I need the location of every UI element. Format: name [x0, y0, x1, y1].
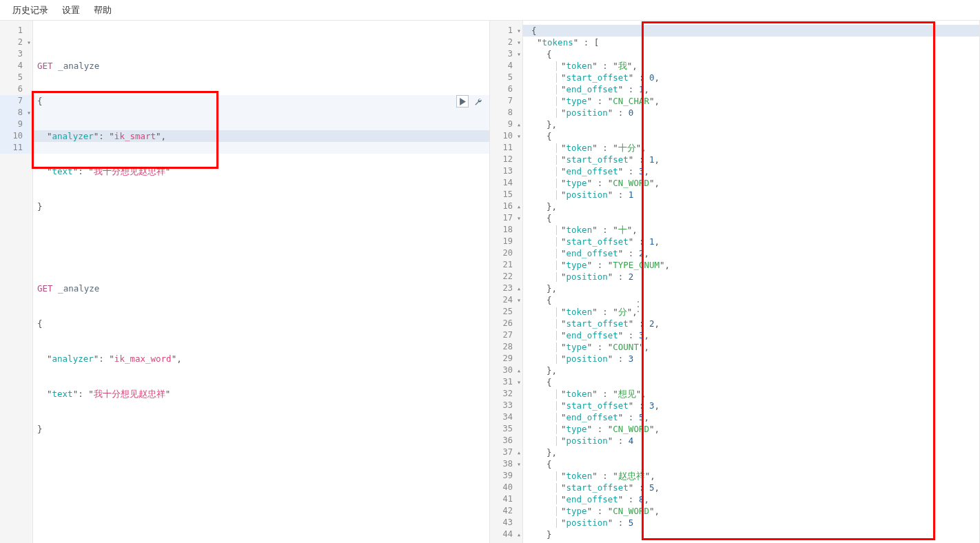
response-line: }, [527, 365, 979, 376]
line-number: 29 [490, 353, 522, 365]
line-number: 25 [490, 306, 522, 318]
response-line: "token" : "想见", [527, 388, 979, 400]
line-number: 9 [0, 119, 32, 130]
run-request-button[interactable] [456, 95, 469, 107]
line-number: 4 [490, 60, 522, 72]
fold-toggle-icon[interactable]: ▴ [514, 529, 521, 540]
line-number: 18 [490, 224, 522, 236]
fold-toggle-icon[interactable]: ▾ [514, 25, 521, 37]
response-line: }, [527, 283, 979, 294]
line-number: 43 [490, 517, 522, 529]
response-line: "position" : 4 [527, 435, 979, 447]
response-line: "token" : "分", [527, 306, 979, 318]
json-key: text [52, 388, 73, 400]
response-line: "end_offset" : 1, [527, 83, 979, 95]
wrench-icon [474, 98, 482, 105]
line-number: 40 [490, 482, 522, 493]
fold-toggle-icon[interactable]: ▾ [514, 376, 521, 388]
line-number: 1▾ [490, 25, 522, 37]
request-editor-pane: 1 2▾ 3 4 5 6 7 8▾ 9 10 11 GET _analyze {… [0, 21, 490, 543]
response-line: "token" : "我", [527, 60, 979, 72]
line-number: 11 [0, 142, 32, 154]
line-number: 31▾ [490, 376, 522, 388]
line-number: 23▴ [490, 283, 522, 294]
response-line: "type" : "CN_WORD", [527, 505, 979, 517]
line-number: 28 [490, 341, 522, 353]
line-number: 32 [490, 388, 522, 400]
line-number: 33 [490, 400, 522, 411]
fold-toggle-icon[interactable]: ▴ [514, 283, 521, 294]
response-line: }, [527, 119, 979, 130]
line-number: 27 [490, 329, 522, 341]
http-method: GET [37, 60, 53, 72]
line-number: 2▾ [490, 37, 522, 48]
fold-toggle-icon[interactable]: ▾ [514, 48, 521, 60]
fold-toggle-icon[interactable]: ▾ [514, 37, 521, 48]
response-line: "token" : "十", [527, 224, 979, 236]
menu-settings[interactable]: 设置 [55, 0, 87, 20]
response-line: "start_offset" : 2, [527, 318, 979, 329]
response-line: "token" : "赵忠祥", [527, 470, 979, 482]
response-line: "position" : 3 [527, 353, 979, 365]
line-number: 9▴ [490, 119, 522, 130]
line-number: 6 [0, 83, 32, 95]
fold-toggle-icon[interactable]: ▴ [514, 119, 521, 130]
json-value: ik_max_word [114, 353, 172, 365]
line-number: 11 [490, 142, 522, 154]
line-number: 10▾ [490, 130, 522, 142]
line-number: 30▴ [490, 365, 522, 376]
response-line: }, [527, 201, 979, 212]
line-number: 8 [490, 107, 522, 119]
fold-toggle-icon[interactable]: ▾ [514, 294, 521, 306]
fold-toggle-icon[interactable]: ▾ [24, 107, 31, 119]
line-number: 26 [490, 318, 522, 329]
line-number: 1 [0, 25, 32, 37]
line-number: 42 [490, 505, 522, 517]
fold-toggle-icon[interactable]: ▾ [24, 37, 31, 48]
line-number: 24▾ [490, 294, 522, 306]
json-key: text [52, 165, 73, 177]
line-number: 14 [490, 177, 522, 189]
fold-toggle-icon[interactable]: ▾ [514, 130, 521, 142]
menu-help[interactable]: 帮助 [87, 0, 119, 20]
response-line: "start_offset" : 3, [527, 400, 979, 411]
fold-toggle-icon[interactable]: ▴ [514, 447, 521, 458]
pane-splitter-handle[interactable] [635, 300, 641, 314]
json-value: 我十分想见赵忠祥 [94, 388, 165, 400]
request-editor-gutter: 1 2▾ 3 4 5 6 7 8▾ 9 10 11 [0, 21, 33, 543]
json-value: 我十分想见赵忠祥 [94, 165, 165, 177]
response-line: { [527, 48, 979, 60]
line-number: 6 [490, 83, 522, 95]
line-number: 16▴ [490, 201, 522, 212]
response-line: "end_offset" : 5, [527, 411, 979, 423]
line-number: 3▾ [490, 48, 522, 60]
response-line: "end_offset" : 3, [527, 165, 979, 177]
menu-history[interactable]: 历史记录 [6, 0, 55, 20]
line-number: 38▾ [490, 458, 522, 470]
fold-toggle-icon[interactable]: ▾ [514, 212, 521, 224]
line-number: 34 [490, 411, 522, 423]
response-line: "position" : 5 [527, 517, 979, 529]
fold-toggle-icon[interactable]: ▾ [514, 458, 521, 470]
request-editor[interactable]: GET _analyze { "analyzer": "ik_smart", "… [33, 21, 489, 543]
response-line: { [527, 376, 979, 388]
response-line: "start_offset" : 0, [527, 72, 979, 83]
line-number: 5 [490, 72, 522, 83]
line-number: 41 [490, 493, 522, 505]
json-key: analyzer [52, 353, 94, 365]
play-icon [459, 98, 467, 105]
line-number: 7 [490, 95, 522, 107]
fold-toggle-icon[interactable]: ▴ [514, 365, 521, 376]
request-options-button[interactable] [471, 95, 484, 107]
http-method: GET [37, 283, 53, 294]
response-line: "start_offset" : 5, [527, 482, 979, 493]
response-viewer[interactable]: {"tokens" : [{"token" : "我","start_offse… [523, 21, 979, 543]
response-line: "token" : "十分", [527, 142, 979, 154]
fold-toggle-icon[interactable]: ▴ [514, 201, 521, 212]
line-number: 17▾ [490, 212, 522, 224]
response-line: { [527, 25, 979, 37]
editor-action-bar [456, 95, 484, 107]
line-number: 39 [490, 470, 522, 482]
line-number: 15 [490, 189, 522, 201]
response-line: { [527, 294, 979, 306]
